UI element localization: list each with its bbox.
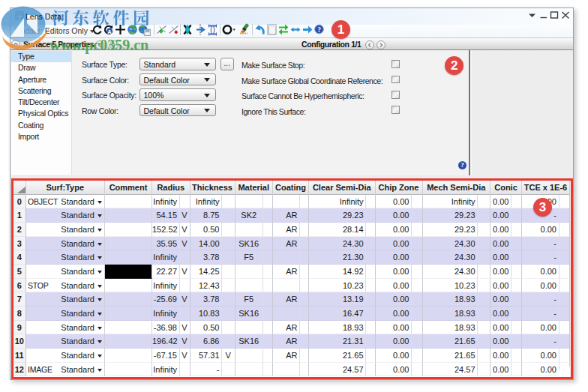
svg-text:?: ? xyxy=(317,26,321,34)
svg-text:A: A xyxy=(107,28,112,35)
